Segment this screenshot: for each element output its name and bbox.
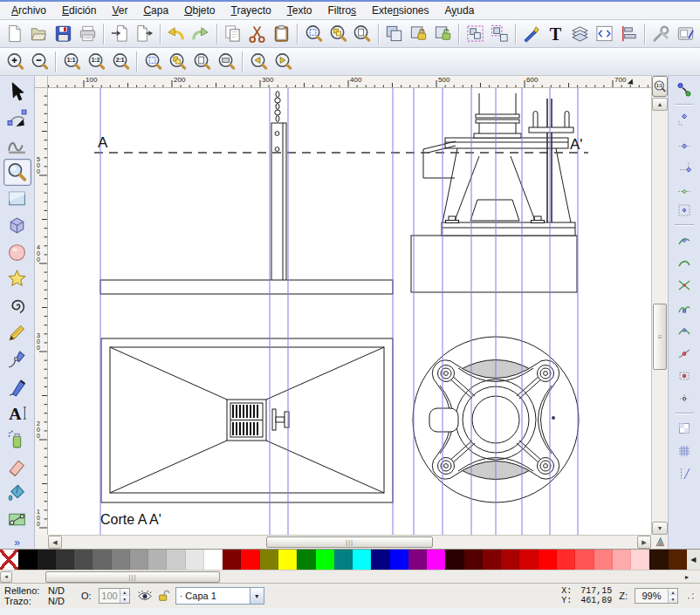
- color-swatch-27[interactable]: [501, 550, 519, 570]
- drawing-caption[interactable]: Corte A A': [100, 512, 161, 527]
- redo-button[interactable]: [189, 22, 213, 46]
- color-swatch-32[interactable]: [594, 550, 613, 570]
- menu-item-edicion[interactable]: Edición: [54, 3, 104, 19]
- color-swatch-30[interactable]: [557, 550, 575, 570]
- menu-item-texto[interactable]: Texto: [279, 3, 320, 19]
- color-swatch-12[interactable]: [223, 550, 241, 570]
- zoom-to-selection-button[interactable]: [301, 22, 326, 46]
- pencil-tool-button[interactable]: [3, 319, 31, 346]
- fill-stroke-dialog-button[interactable]: [519, 22, 544, 46]
- snap-bbox-corner-button[interactable]: [673, 154, 696, 174]
- save-document-button[interactable]: [51, 22, 76, 46]
- vertical-scroll-thumb[interactable]: ≡: [653, 304, 667, 370]
- snap-bbox-edge-button[interactable]: [673, 132, 696, 152]
- ungroup-objects-button[interactable]: [487, 22, 511, 46]
- layer-lock-icon[interactable]: [157, 589, 171, 603]
- spiral-tool-button[interactable]: [3, 292, 31, 319]
- snap-object-center-button[interactable]: [673, 366, 696, 386]
- horizontal-ruler[interactable]: 100200300400500600700: [48, 76, 651, 88]
- canvas[interactable]: A A' Corte A A': [48, 88, 651, 535]
- rect-tool-button[interactable]: [3, 186, 31, 213]
- palette-scroll-right-arrow[interactable]: ▸: [674, 573, 700, 581]
- palette-left-arrow[interactable]: ◀: [687, 550, 700, 570]
- basin-plan-view[interactable]: [101, 338, 393, 502]
- color-swatch-17[interactable]: [316, 550, 334, 570]
- color-swatch-19[interactable]: [353, 550, 371, 570]
- layer-selector[interactable]: · Capa 1 ▼: [175, 587, 264, 605]
- zoom-drawing-button[interactable]: [165, 50, 189, 74]
- color-swatch-4[interactable]: [74, 550, 93, 570]
- snap-bbox-center-button[interactable]: [673, 200, 696, 220]
- snap-cusp-node-button[interactable]: [673, 297, 696, 318]
- zoom-page-button[interactable]: [189, 50, 214, 74]
- color-swatch-18[interactable]: [334, 550, 353, 570]
- layer-visibility-icon[interactable]: [137, 588, 153, 604]
- open-document-button[interactable]: [27, 22, 51, 46]
- snap-guide-button[interactable]: [673, 463, 696, 483]
- cut-button[interactable]: [245, 22, 270, 46]
- zoom-selection-button[interactable]: [141, 50, 165, 74]
- toolbox-overflow-button[interactable]: »: [14, 536, 20, 549]
- color-swatch-36[interactable]: [669, 550, 687, 570]
- swatch-none[interactable]: [0, 550, 18, 570]
- menu-item-ayuda[interactable]: Ayuda: [437, 3, 483, 19]
- color-swatch-16[interactable]: [297, 550, 315, 570]
- zoom-to-drawing-button[interactable]: [326, 22, 350, 46]
- palette-scroll-thumb[interactable]: |||: [45, 571, 220, 583]
- gradient-tool-button[interactable]: [3, 506, 31, 533]
- snap-path-intersection-button[interactable]: [673, 275, 696, 295]
- color-swatch-9[interactable]: [167, 550, 185, 570]
- snap-bbox-edge-midpoint-button[interactable]: [673, 177, 696, 197]
- color-swatch-31[interactable]: [575, 550, 594, 570]
- spray-tool-button[interactable]: [3, 426, 31, 453]
- color-swatch-2[interactable]: [38, 550, 56, 570]
- text-dialog-button[interactable]: T: [544, 22, 568, 46]
- create-clone-button[interactable]: [407, 22, 431, 46]
- bucket-tool-button[interactable]: [3, 480, 31, 507]
- snap-smooth-node-button[interactable]: [673, 320, 696, 340]
- snap-grid-button[interactable]: [673, 441, 696, 461]
- eraser-tool-button[interactable]: [3, 453, 31, 480]
- color-swatch-8[interactable]: [148, 550, 167, 570]
- color-swatch-13[interactable]: [241, 550, 259, 570]
- paste-button[interactable]: [269, 22, 293, 46]
- zoom-1-2-button[interactable]: 1:2: [84, 50, 108, 74]
- zoom-1-1-button[interactable]: 1:1: [59, 50, 84, 74]
- resize-grip[interactable]: [685, 591, 696, 601]
- snap-node-button[interactable]: [673, 229, 696, 249]
- snap-line-midpoint-button[interactable]: [673, 343, 696, 363]
- ellipse-tool-button[interactable]: [3, 239, 31, 266]
- color-swatch-35[interactable]: [649, 550, 668, 570]
- menu-item-extensiones[interactable]: Extensiones: [364, 3, 436, 19]
- xml-editor-button[interactable]: [593, 22, 617, 46]
- palette-scrollbar[interactable]: ◂ ||| ▸: [0, 570, 700, 583]
- layers-dialog-button[interactable]: [568, 22, 593, 46]
- snap-bbox-button[interactable]: [673, 109, 696, 129]
- color-swatch-5[interactable]: [93, 550, 111, 570]
- print-document-button[interactable]: [76, 22, 100, 46]
- color-swatch-1[interactable]: [18, 550, 37, 570]
- color-swatch-20[interactable]: [371, 550, 389, 570]
- duplicate-button[interactable]: [382, 22, 407, 46]
- layer-dropdown-button[interactable]: ▼: [250, 588, 264, 604]
- color-swatch-29[interactable]: [539, 550, 557, 570]
- zoom-previous-button[interactable]: [246, 50, 271, 74]
- horizontal-scroll-track[interactable]: |||: [62, 536, 637, 549]
- zoom-to-page-button[interactable]: [350, 22, 374, 46]
- color-swatch-23[interactable]: [427, 550, 445, 570]
- snap-page-border-button[interactable]: [673, 418, 696, 438]
- color-swatch-14[interactable]: [260, 550, 278, 570]
- color-swatch-28[interactable]: [519, 550, 538, 570]
- scroll-right-button[interactable]: ▶: [637, 536, 651, 549]
- pump-elevation[interactable]: [411, 93, 577, 292]
- color-swatch-6[interactable]: [112, 550, 130, 570]
- scroll-up-button[interactable]: ▲: [652, 98, 668, 111]
- palette-scroll-left-button[interactable]: ◂: [0, 571, 12, 583]
- color-swatch-15[interactable]: [278, 550, 297, 570]
- menu-item-capa[interactable]: Capa: [135, 3, 176, 19]
- group-objects-button[interactable]: [463, 22, 487, 46]
- color-swatch-21[interactable]: [390, 550, 408, 570]
- zoom-spinbox[interactable]: 99% ▲▼: [635, 588, 678, 604]
- pen-tool-button[interactable]: [3, 345, 31, 372]
- snap-path-button[interactable]: [673, 252, 696, 272]
